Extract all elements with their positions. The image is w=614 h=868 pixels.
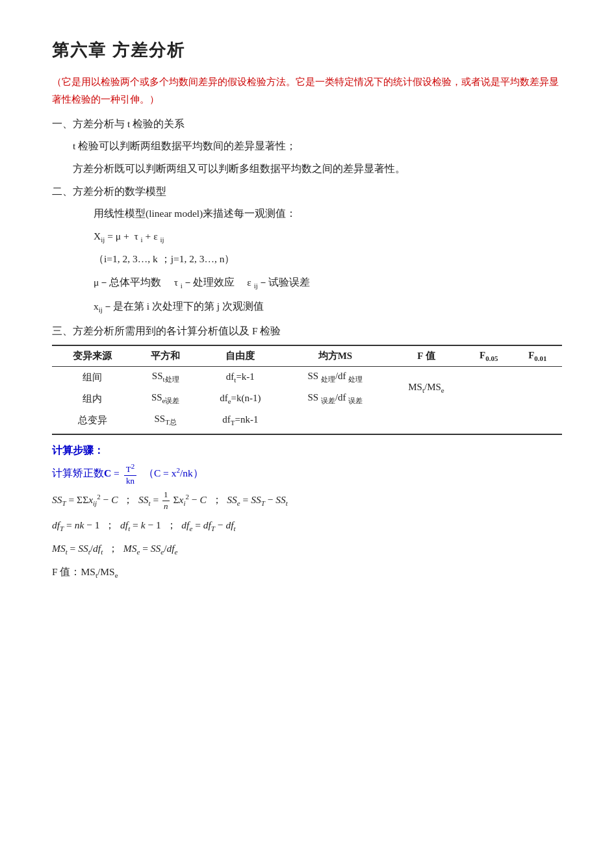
table-row-total: 总变异 SST总 dfT=nk-1 (52, 410, 562, 434)
calc-title: 计算步骤： (52, 444, 562, 458)
ss-within: SSe误差 (133, 388, 198, 410)
calc-step5: F 值：MSt/MSe (52, 562, 562, 582)
section2-condition: （i=1, 2, 3…, k ；j=1, 2, 3…, n） (52, 249, 562, 268)
section3-title: 三、方差分析所需用到的各计算分析值以及 F 检验 (52, 325, 562, 338)
df-total: dfT=nk-1 (198, 410, 282, 434)
col-header-ms: 均方MS (283, 345, 389, 367)
section2-obs-note: xij－是在第 i 次处理下的第 j 次观测值 (52, 297, 562, 317)
ss-total: SST总 (133, 410, 198, 434)
section2-formula1: Xij = μ + τ i + ε ij (52, 227, 562, 247)
calc-step1: 计算矫正数C = T2 kn （C = x2/nk） (52, 462, 562, 487)
ms-between: SS 处理/df 处理 (283, 366, 389, 388)
calc-step3: dfT = nk − 1 ； dft = k − 1 ； dfe = dfT −… (52, 515, 562, 536)
source-between: 组间 (52, 366, 133, 388)
section2-model-intro: 用线性模型(linear model)来描述每一观测值： (52, 204, 562, 223)
table-row-within: 组内 SSe误差 dfe=k(n-1) SS 误差/df 误差 (52, 388, 562, 410)
chapter-title: 第六章 方差分析 (52, 39, 562, 62)
section1-item1: t 检验可以判断两组数据平均数间的差异显著性； (52, 136, 562, 155)
calc-step4: MSt = SSt/dft ； MSe = SSe/dfe (52, 538, 562, 559)
df-between: dft=k-1 (198, 366, 282, 388)
section1-title: 一、方差分析与 t 检验的关系 (52, 118, 562, 131)
source-total: 总变异 (52, 410, 133, 434)
table-row-between: 组间 SSt处理 dft=k-1 SS 处理/df 处理 MSt/MSe (52, 366, 562, 388)
anova-table: 变异来源 平方和 自由度 均方MS F 值 F0.05 F0.01 组间 SSt… (52, 345, 562, 435)
col-header-ss: 平方和 (133, 345, 198, 367)
source-within: 组内 (52, 388, 133, 410)
f-value: MSt/MSe (388, 366, 464, 410)
col-header-f: F 值 (388, 345, 464, 367)
calc-step2: SST = ΣΣxij2 − C ； SSt = 1 n Σxi2 − C ； … (52, 490, 562, 512)
ss-between: SSt处理 (133, 366, 198, 388)
intro-paragraph: （它是用以检验两个或多个均数间差异的假设检验方法。它是一类特定情况下的统计假设检… (52, 73, 562, 108)
section1-item2: 方差分析既可以判断两组又可以判断多组数据平均数之间的差异显著性。 (52, 159, 562, 178)
ms-within: SS 误差/df 误差 (283, 388, 389, 410)
section2-title: 二、方差分析的数学模型 (52, 185, 562, 199)
col-header-f001: F0.01 (513, 345, 562, 367)
col-header-f005: F0.05 (465, 345, 513, 367)
col-header-source: 变异来源 (52, 345, 133, 367)
col-header-df: 自由度 (198, 345, 282, 367)
section2-explanation: μ－总体平均数 τ i－处理效应 ε ij－试验误差 (52, 273, 562, 293)
df-within: dfe=k(n-1) (198, 388, 282, 410)
